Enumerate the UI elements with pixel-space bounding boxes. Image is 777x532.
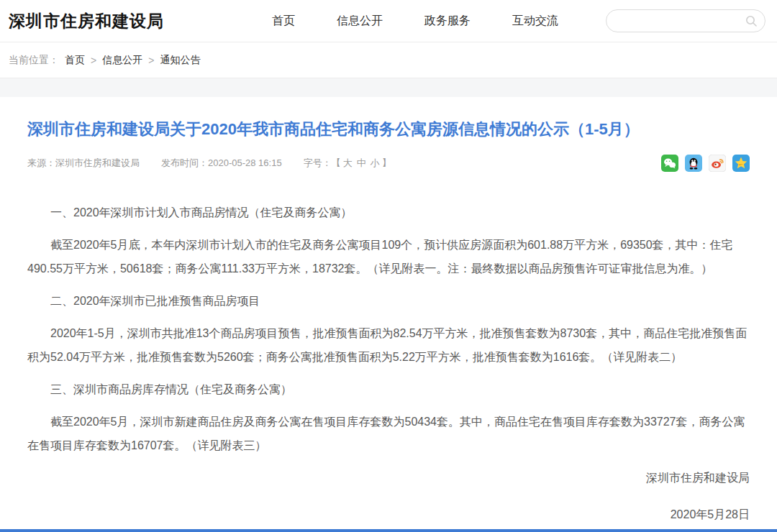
main-nav: 首页 信息公开 政务服务 互动交流 xyxy=(272,14,558,29)
meta-publish-time: 发布时间：2020-05-28 16:15 xyxy=(161,157,282,170)
weibo-icon[interactable] xyxy=(709,155,726,172)
font-size-bracket-close: 】 xyxy=(382,157,391,168)
meta-source-label: 来源： xyxy=(27,157,55,168)
breadcrumb-label: 当前位置： xyxy=(9,54,59,67)
breadcrumb-item-home[interactable]: 首页 xyxy=(65,54,85,67)
breadcrumb-item-notices[interactable]: 通知公告 xyxy=(160,54,200,67)
meta-time-value: 2020-05-28 16:15 xyxy=(208,157,282,168)
signature-agency: 深圳市住房和建设局 xyxy=(27,466,750,490)
site-logo[interactable]: 深圳市住房和建设局 xyxy=(9,10,164,32)
article: 深圳市住房和建设局关于2020年我市商品住宅和商务公寓房源信息情况的公示（1-5… xyxy=(0,119,777,526)
wechat-icon[interactable] xyxy=(661,155,678,172)
breadcrumb-item-info-disclosure[interactable]: 信息公开 xyxy=(102,54,142,67)
page-title: 深圳市住房和建设局关于2020年我市商品住宅和商务公寓房源信息情况的公示（1-5… xyxy=(27,119,750,140)
meta-source-value: 深圳市住房和建设局 xyxy=(55,157,140,168)
nav-item-gov-services[interactable]: 政务服务 xyxy=(424,14,471,29)
qq-icon[interactable] xyxy=(685,155,702,172)
site-header: 深圳市住房和建设局 首页 信息公开 政务服务 互动交流 xyxy=(0,0,777,42)
search-box[interactable] xyxy=(606,9,765,32)
bottom-accent-bar xyxy=(0,529,777,532)
breadcrumb-separator: > xyxy=(91,55,96,66)
font-size-small-button[interactable]: 小 xyxy=(371,157,380,168)
meta-time-label: 发布时间： xyxy=(161,157,208,168)
search-icon[interactable] xyxy=(745,15,758,27)
article-meta: 来源：深圳市住房和建设局 发布时间：2020-05-28 16:15 字号：【大… xyxy=(27,155,750,172)
font-size-bracket-open: 【 xyxy=(332,157,341,168)
paragraph-approved-presale: 2020年1-5月，深圳市共批准13个商品房项目预售，批准预售面积为82.54万… xyxy=(27,321,750,369)
section-heading-2: 二、2020年深圳市已批准预售商品房项目 xyxy=(27,289,750,313)
meta-font-size: 字号：【大中小】 xyxy=(304,157,391,170)
font-size-label: 字号： xyxy=(304,157,332,168)
breadcrumb: 当前位置： 首页 > 信息公开 > 通知公告 xyxy=(0,42,777,78)
nav-item-home[interactable]: 首页 xyxy=(272,14,295,29)
nav-item-info-disclosure[interactable]: 信息公开 xyxy=(337,14,383,29)
article-body: 一、2020年深圳市计划入市商品房情况（住宅及商务公寓） 截至2020年5月底，… xyxy=(27,201,750,457)
section-heading-1: 一、2020年深圳市计划入市商品房情况（住宅及商务公寓） xyxy=(27,201,750,224)
meta-source: 来源：深圳市住房和建设局 xyxy=(27,157,140,170)
paragraph-inventory: 截至2020年5月，深圳市新建商品住房及商务公寓在售项目库存套数为50434套。… xyxy=(27,410,750,457)
nav-item-interaction[interactable]: 互动交流 xyxy=(512,14,558,29)
qzone-icon[interactable] xyxy=(732,155,750,172)
section-heading-3: 三、深圳市商品房库存情况（住宅及商务公寓） xyxy=(27,377,750,401)
signature-date: 2020年5月28日 xyxy=(27,503,750,526)
share-bar xyxy=(661,155,750,172)
font-size-large-button[interactable]: 大 xyxy=(343,157,353,168)
font-size-medium-button[interactable]: 中 xyxy=(357,157,366,168)
search-input[interactable] xyxy=(614,15,745,27)
paragraph-planned-supply: 截至2020年5月底，本年内深圳市计划入市的住宅及商务公寓项目109个，预计供应… xyxy=(27,233,750,280)
breadcrumb-separator: > xyxy=(148,55,154,66)
section-divider-band xyxy=(0,78,777,97)
